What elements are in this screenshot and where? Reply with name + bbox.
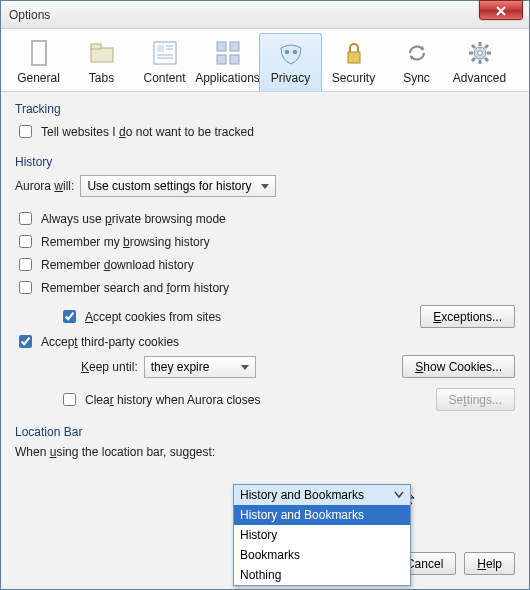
lock-icon xyxy=(339,38,369,68)
svg-rect-11 xyxy=(217,55,226,64)
titlebar: Options xyxy=(1,1,529,29)
document-icon xyxy=(24,38,54,68)
group-title-location: Location Bar xyxy=(15,425,515,439)
select-current-value[interactable]: History and Bookmarks xyxy=(234,485,410,505)
exceptions-button[interactable]: Exceptions... xyxy=(420,305,515,328)
chevron-down-icon xyxy=(394,491,404,499)
accept-third-party-label: Accept third-party cookies xyxy=(41,335,179,349)
svg-line-25 xyxy=(472,58,475,61)
folder-icon xyxy=(87,38,117,68)
clear-on-close-label: Clear history when Aurora closes xyxy=(85,393,260,407)
window-title: Options xyxy=(9,8,50,22)
svg-rect-12 xyxy=(230,55,239,64)
private-browsing-label: Always use private browsing mode xyxy=(41,212,226,226)
select-value-text: History and Bookmarks xyxy=(240,488,364,502)
tab-content[interactable]: Content xyxy=(133,33,196,91)
help-button[interactable]: Help xyxy=(464,552,515,575)
svg-rect-2 xyxy=(91,44,101,49)
keep-until-label: Keep until: xyxy=(81,360,138,374)
grid-icon xyxy=(213,38,243,68)
tab-label: Sync xyxy=(403,71,430,85)
tab-applications[interactable]: Applications xyxy=(196,33,259,91)
aurora-will-label: Aurora will: xyxy=(15,179,74,193)
category-toolbar: General Tabs Content Applications Privac… xyxy=(1,29,529,92)
svg-point-14 xyxy=(292,50,296,54)
tab-sync[interactable]: Sync xyxy=(385,33,448,91)
group-title-tracking: Tracking xyxy=(15,102,515,116)
location-suggest-select[interactable]: History and Bookmarks History and Bookma… xyxy=(233,484,411,586)
do-not-track-label: Tell websites I do not want to be tracke… xyxy=(41,125,254,139)
svg-point-13 xyxy=(284,50,288,54)
tab-label: General xyxy=(17,71,60,85)
group-location-bar: Location Bar When using the location bar… xyxy=(15,425,515,459)
tab-label: Content xyxy=(143,71,185,85)
svg-line-24 xyxy=(485,45,488,48)
history-mode-select[interactable]: Use custom settings for history xyxy=(80,175,276,197)
close-button[interactable] xyxy=(479,0,523,20)
tab-label: Tabs xyxy=(89,71,114,85)
remember-download-label: Remember download history xyxy=(41,258,194,272)
svg-line-22 xyxy=(472,45,475,48)
accept-cookies-label: Accept cookies from sites xyxy=(85,310,221,324)
select-option[interactable]: History and Bookmarks xyxy=(234,505,410,525)
svg-rect-10 xyxy=(230,42,239,51)
tab-label: Security xyxy=(332,71,375,85)
tab-security[interactable]: Security xyxy=(322,33,385,91)
tab-general[interactable]: General xyxy=(7,33,70,91)
history-mode-value: Use custom settings for history xyxy=(87,179,251,193)
group-history: History Aurora will: Use custom settings… xyxy=(15,155,515,411)
mask-icon xyxy=(276,38,306,68)
tab-label: Advanced xyxy=(453,71,506,85)
accept-third-party-checkbox[interactable] xyxy=(19,335,32,348)
options-dialog: Options General Tabs Content Application… xyxy=(0,0,530,590)
remember-search-form-label: Remember search and form history xyxy=(41,281,229,295)
gear-icon xyxy=(465,38,495,68)
keep-until-value: they expire xyxy=(151,360,210,374)
remember-download-checkbox[interactable] xyxy=(19,258,32,271)
clear-on-close-checkbox[interactable] xyxy=(63,393,76,406)
select-option[interactable]: Nothing xyxy=(234,565,410,585)
content-icon xyxy=(150,38,180,68)
group-tracking: Tracking Tell websites I do not want to … xyxy=(15,102,515,141)
select-option[interactable]: Bookmarks xyxy=(234,545,410,565)
show-cookies-button[interactable]: Show Cookies... xyxy=(402,355,515,378)
svg-rect-15 xyxy=(348,52,360,63)
clear-settings-button: Settings... xyxy=(436,388,515,411)
tab-tabs[interactable]: Tabs xyxy=(70,33,133,91)
svg-line-23 xyxy=(485,58,488,61)
location-suggest-label: When using the location bar, suggest: xyxy=(15,445,215,459)
keep-until-select[interactable]: they expire xyxy=(144,356,256,378)
svg-rect-0 xyxy=(32,41,46,65)
tab-label: Applications xyxy=(195,71,260,85)
panel-privacy: Tracking Tell websites I do not want to … xyxy=(1,92,529,589)
accept-cookies-checkbox[interactable] xyxy=(63,310,76,323)
svg-rect-9 xyxy=(217,42,226,51)
remember-search-form-checkbox[interactable] xyxy=(19,281,32,294)
svg-rect-4 xyxy=(157,45,164,52)
sync-icon xyxy=(402,38,432,68)
svg-point-17 xyxy=(477,51,482,56)
do-not-track-checkbox[interactable] xyxy=(19,125,32,138)
remember-browsing-checkbox[interactable] xyxy=(19,235,32,248)
tab-advanced[interactable]: Advanced xyxy=(448,33,511,91)
select-option[interactable]: History xyxy=(234,525,410,545)
remember-browsing-label: Remember my browsing history xyxy=(41,235,210,249)
group-title-history: History xyxy=(15,155,515,169)
tab-label: Privacy xyxy=(271,71,310,85)
tab-privacy[interactable]: Privacy xyxy=(259,33,322,91)
svg-rect-1 xyxy=(91,48,113,62)
private-browsing-checkbox[interactable] xyxy=(19,212,32,225)
